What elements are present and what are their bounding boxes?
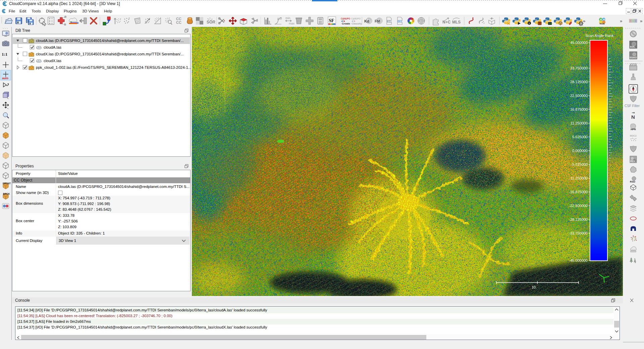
svg-text:SF: SF <box>329 18 334 23</box>
svg-text:5.625000: 5.625000 <box>572 135 588 139</box>
svg-text:-22.500000: -22.500000 <box>569 204 588 208</box>
svg-text:M: M <box>600 18 602 20</box>
svg-text:16.875000: 16.875000 <box>570 107 588 111</box>
svg-text:CC: CC <box>176 20 181 24</box>
svg-text:TRAIN: TRAIN <box>599 23 605 25</box>
svg-text:G: G <box>632 20 634 22</box>
svg-text:max: max <box>289 22 295 25</box>
svg-text:CSF Filter: CSF Filter <box>625 104 640 108</box>
svg-text:CSV: CSV <box>398 20 403 22</box>
svg-text:28.125000: 28.125000 <box>570 80 588 84</box>
svg-text:SHP: SHP <box>387 20 392 22</box>
svg-text:11.250000: 11.250000 <box>571 121 588 125</box>
svg-text:-11.250000: -11.250000 <box>569 176 588 180</box>
svg-text:Kd: Kd <box>364 19 369 23</box>
svg-text:»: » <box>620 18 622 23</box>
svg-text:>>>: >>> <box>548 22 553 25</box>
svg-text:N+C: N+C <box>442 20 451 24</box>
svg-text:1:1: 1:1 <box>2 52 7 57</box>
svg-text:M3C2: M3C2 <box>630 134 637 137</box>
svg-text:Create: Create <box>342 22 350 25</box>
svg-text:33.750000: 33.750000 <box>570 66 588 70</box>
svg-text:-16.875000: -16.875000 <box>569 190 588 194</box>
svg-text:-45.000000: -45.000000 <box>569 258 588 262</box>
svg-text:-33.750000: -33.750000 <box>569 231 588 235</box>
svg-text:BACK: BACK <box>3 193 10 195</box>
svg-text:22.500000: 22.500000 <box>570 94 588 98</box>
svg-text:N: N <box>631 114 635 120</box>
svg-text:B: B <box>635 20 637 22</box>
svg-text:MLS: MLS <box>452 20 461 24</box>
svg-text:HPR: HPR <box>631 128 636 131</box>
svg-text:SSAO: SSAO <box>630 56 637 59</box>
svg-text:Scan Angle Rank: Scan Angle Rank <box>585 34 614 38</box>
svg-text:min: min <box>285 16 290 20</box>
svg-text:45.000000: 45.000000 <box>570 41 588 45</box>
svg-text:10.: 10. <box>532 285 537 289</box>
svg-text:-5.625000: -5.625000 <box>571 162 588 166</box>
svg-text:auto: auto <box>2 77 9 80</box>
svg-text:Classify: Classify <box>352 22 362 25</box>
svg-text:»: » <box>583 18 585 23</box>
svg-text:FM: FM <box>375 19 380 23</box>
svg-text:EDL: EDL <box>630 45 635 48</box>
svg-text:-28.125000: -28.125000 <box>569 217 588 221</box>
svg-text:0.000000: 0.000000 <box>572 149 588 153</box>
svg-text:RSD: RSD <box>630 180 635 183</box>
svg-text:CANUPO: CANUPO <box>341 17 350 20</box>
svg-text:»: » <box>640 18 642 23</box>
svg-text:PCV: PCV <box>630 160 635 162</box>
svg-text:3D: 3D <box>603 18 605 20</box>
svg-text:μ,σ: μ,σ <box>277 17 282 20</box>
svg-text:CANUPO: CANUPO <box>351 17 361 20</box>
svg-text:FRONT: FRONT <box>3 182 11 185</box>
svg-text:R: R <box>630 20 631 22</box>
